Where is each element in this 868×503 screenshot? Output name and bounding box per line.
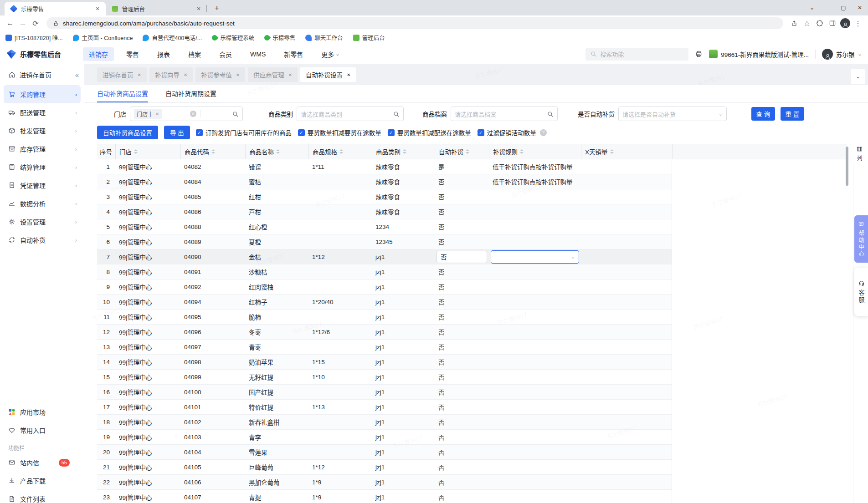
table-row[interactable]: 1799|管理中心04101特价红提1*13jzj1否 [97,400,672,415]
app-logo[interactable]: 乐檬零售后台 [6,49,61,59]
tab-close-icon[interactable]: ✕ [138,72,141,77]
auto-filter-select[interactable]: 请选择是否自动补货 ⌄ [618,107,727,121]
export-button[interactable]: 导 出 [164,126,190,139]
replenish-rule-select[interactable]: ⌄ [491,250,579,264]
tag-close-icon[interactable]: ✕ [155,112,159,117]
browser-tab[interactable]: 管理后台✕ [106,2,207,15]
table-row[interactable]: 299|管理中心04084蜜桔辣味零食否低于补货订购点按补货订购量 [97,174,672,189]
column-header[interactable]: 自动补货 [435,144,489,159]
checkbox-option[interactable]: ✓要货数量扣减要货在途数量 [298,128,381,137]
table-row[interactable]: 2099|管理中心04104雪莲果jzj1否 [97,445,672,460]
query-button[interactable]: 查 询 [751,107,775,121]
checkbox-option[interactable]: ✓要货数量扣减配送在途数量 [388,128,471,137]
checkbox-checked-icon[interactable]: ✓ [388,129,395,136]
clear-icon[interactable]: ✕ [190,111,196,117]
sort-icon[interactable] [520,149,524,154]
column-header[interactable]: 商品代码 [180,144,245,159]
sidebar-item[interactable]: 配送管理› [4,103,81,122]
app-nav-item[interactable]: 进销存 [83,47,114,61]
reset-button[interactable]: 重 置 [781,107,804,121]
app-nav-item[interactable]: 零售 [120,47,145,61]
sidebar-item[interactable]: 批发管理› [4,122,81,140]
page-tab[interactable]: 补货参考值✕ [195,67,245,82]
table-row[interactable]: 1099|管理中心04094红柿子1*20/40jzj1否 [97,295,672,310]
user-menu[interactable]: 苏尔银 ⌄ [822,49,862,60]
sidebar-item[interactable]: 自动补货› [4,231,81,249]
page-tab[interactable]: 进销存首页✕ [97,67,147,82]
side-panel-icon[interactable] [826,17,839,30]
table-row[interactable]: 999|管理中心04092红肉蜜柚jzj1否 [97,279,672,295]
sidebar-item[interactable]: 采购管理› [4,85,81,103]
app-nav-item[interactable]: WMS [244,48,272,60]
sort-icon[interactable] [610,149,614,154]
printer-icon[interactable] [695,50,703,58]
share-icon[interactable] [788,17,801,30]
table-row[interactable]: 1999|管理中心04103青李jzj1否 [97,430,672,445]
table-row[interactable]: 699|管理中心04089夏橙12345否 [97,234,672,249]
bookmark-item[interactable]: [ITS-1087820] 唯... [5,33,63,42]
tab-close-icon[interactable]: ✕ [347,72,350,77]
tab-search-chevron-icon[interactable]: ⌄ [805,0,819,15]
auto-replenish-input[interactable]: 否 [437,251,487,263]
sidebar-item[interactable]: 结算管理› [4,158,81,176]
app-nav-item[interactable]: 报表 [151,47,176,61]
window-maximize-button[interactable]: ▢ [835,0,852,15]
address-bar[interactable]: sharec.lemengcloud.com/ama/purchase/basi… [46,17,783,29]
table-row[interactable]: 1899|管理中心04102新春礼盒柑jzj1否 [97,415,672,430]
checkbox-checked-icon[interactable]: ✓ [478,129,484,136]
tabstrip-dropdown-icon[interactable]: ⌄ [851,69,865,84]
column-header[interactable]: 商品规格 [308,144,372,159]
app-nav-item[interactable]: 会员 [213,47,238,61]
page-tab[interactable]: 补货向导✕ [149,67,193,82]
table-row[interactable]: 1599|管理中心04099无籽红提1*10jzj1否 [97,370,672,385]
sort-icon[interactable] [466,149,469,154]
search-icon[interactable] [232,111,239,117]
checkbox-option[interactable]: ✓过滤促销活动数量? [478,128,547,137]
app-nav-item[interactable]: 更多⌄ [315,47,345,61]
auto-replenish-set-button[interactable]: 自动补货商品设置 [97,126,158,139]
column-header[interactable]: 商品名称 [245,144,308,159]
table-row[interactable]: 1199|管理中心04095脆柿jzj1否 [97,310,672,325]
table-row[interactable]: 2399|管理中心04107青提1*9jzj1否 [97,490,672,503]
table-scrollbar-thumb[interactable] [846,147,848,186]
forward-icon[interactable]: → [16,17,29,30]
table-row[interactable]: 1699|管理中心04100国产红提jzj1否 [97,385,672,400]
bookmark-item[interactable]: 管理后台 [353,33,385,42]
bookmark-item[interactable]: 乐檬零售 [264,33,295,42]
table-row[interactable]: 499|管理中心04086芦柑辣味零食否 [97,204,672,219]
extensions-puzzle-icon[interactable] [813,17,826,30]
table-row[interactable]: 199|管理中心04082错误1*11辣味零食是低于补货订购点按补货订购量 [97,159,672,174]
column-header[interactable]: X天销量 [581,144,672,159]
sort-icon[interactable] [403,149,406,154]
checkbox-checked-icon[interactable]: ✓ [298,129,305,136]
tab-close-icon[interactable]: ✕ [288,72,292,77]
tab-close-icon[interactable]: ✕ [195,5,202,12]
column-header[interactable]: 序号 [97,144,115,159]
sidebar-collapse-icon[interactable]: « [75,71,79,79]
tab-close-icon[interactable]: ✕ [94,5,101,12]
app-nav-item[interactable]: 档案 [182,47,207,61]
sort-icon[interactable] [134,149,138,154]
table-row[interactable]: 399|管理中心04085红柑辣味零食否 [97,189,672,204]
sort-icon[interactable] [276,149,280,154]
help-center-button[interactable]: 帮助中心 [854,215,868,263]
table-row[interactable]: 899|管理中心04091沙糖桔jzj1否 [97,264,672,279]
sidebar-item[interactable]: 应用市场 [4,403,81,421]
sidebar-item[interactable]: 库存管理› [4,140,81,158]
sub-tab[interactable]: 自动补货商品设置 [97,85,148,102]
browser-tab[interactable]: 乐檬零售✕ [5,2,106,15]
sidebar-item[interactable]: 产品下载 [4,472,81,490]
sidebar-item[interactable]: 常用入口 [4,421,81,439]
sub-tab[interactable]: 自动补货周期设置 [165,85,216,102]
page-tab[interactable]: 供应商管理✕ [248,67,298,82]
browser-menu-kebab-icon[interactable]: ⋮ [852,17,864,30]
new-tab-button[interactable]: + [211,2,223,15]
checkbox-option[interactable]: ✓订购发货门店有可用库存的商品 [196,128,292,137]
app-nav-item[interactable]: 新零售 [278,47,309,61]
sidebar-item[interactable]: 站内信55 [4,453,81,472]
bookmark-item[interactable]: 乐檬管理系统 [212,33,254,42]
bookmark-star-icon[interactable]: ☆ [801,17,813,30]
bookmark-item[interactable]: 聊天工作台 [305,33,343,42]
back-icon[interactable]: ← [4,17,16,30]
customer-service-button[interactable]: 客服 [854,268,868,316]
